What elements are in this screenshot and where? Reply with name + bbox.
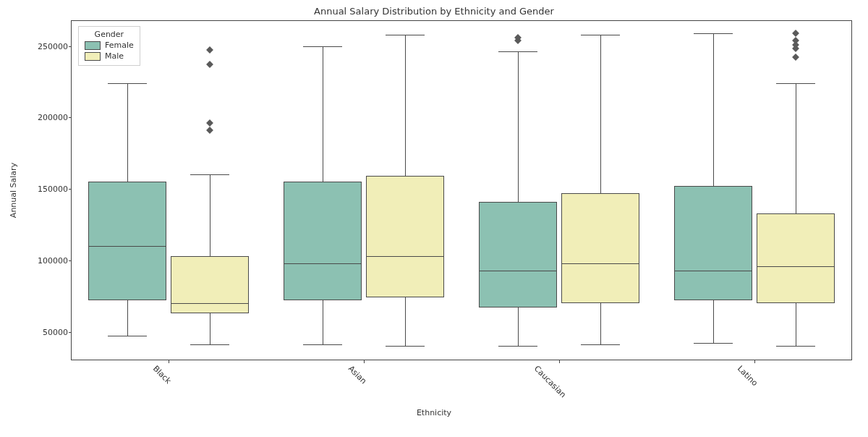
whisker-cap-upper <box>108 83 147 84</box>
whisker-cap-lower <box>386 346 425 347</box>
legend-label-male: Male <box>105 51 124 61</box>
y-tick-label: 250000 <box>3 41 68 51</box>
whisker-lower <box>405 297 406 346</box>
whisker-cap-upper <box>776 83 815 84</box>
x-tick-label: Asian <box>346 364 368 386</box>
legend-swatch-female <box>85 41 101 50</box>
whisker-lower <box>518 307 519 346</box>
median-line <box>171 303 249 304</box>
whisker-upper <box>600 35 601 193</box>
boxplot-box <box>757 213 835 303</box>
whisker-upper <box>323 46 323 182</box>
whisker-lower <box>127 300 128 336</box>
whisker-cap-upper <box>386 35 425 35</box>
whisker-lower <box>323 300 323 344</box>
x-tick-mark <box>754 360 755 363</box>
legend-swatch-male <box>85 52 101 61</box>
whisker-lower <box>210 313 210 344</box>
x-tick-label: Latino <box>736 364 760 388</box>
chart-title: Annual Salary Distribution by Ethnicity … <box>0 6 868 17</box>
legend-item-male: Male <box>85 51 134 61</box>
median-line <box>561 263 639 264</box>
y-tick-mark <box>69 332 72 333</box>
whisker-upper <box>210 174 210 256</box>
legend-item-female: Female <box>85 41 134 50</box>
boxplot-box <box>561 193 639 303</box>
whisker-upper <box>518 51 519 201</box>
boxplot-box <box>171 256 249 313</box>
y-tick-mark <box>69 46 72 47</box>
whisker-lower <box>713 300 714 343</box>
y-tick-label: 200000 <box>3 113 68 122</box>
whisker-cap-upper <box>581 35 620 35</box>
whisker-cap-lower <box>108 336 147 336</box>
median-line <box>366 256 444 257</box>
whisker-cap-lower <box>303 344 342 345</box>
figure: Annual Salary Distribution by Ethnicity … <box>0 0 868 437</box>
whisker-upper <box>796 83 796 213</box>
whisker-cap-upper <box>498 51 537 52</box>
y-tick-mark <box>69 189 72 190</box>
median-line <box>479 271 557 271</box>
median-line <box>757 266 835 267</box>
whisker-cap-lower <box>776 346 815 347</box>
y-tick-label: 150000 <box>3 184 68 194</box>
median-line <box>674 271 752 271</box>
y-tick-label: 50000 <box>3 327 68 336</box>
median-line <box>88 246 166 247</box>
y-tick-mark <box>69 117 72 118</box>
whisker-lower <box>796 303 796 346</box>
legend-title: Gender <box>85 30 134 39</box>
legend-label-female: Female <box>105 41 134 50</box>
whisker-cap-upper <box>190 174 229 175</box>
whisker-cap-lower <box>581 344 620 345</box>
x-tick-label: Caucasian <box>532 364 567 399</box>
x-tick-mark <box>559 360 560 363</box>
boxplot-box <box>284 182 362 300</box>
boxplot-box <box>366 176 444 297</box>
boxplot-box <box>674 186 752 300</box>
boxplot-box <box>88 182 166 300</box>
whisker-upper <box>127 83 128 182</box>
whisker-cap-lower <box>498 346 537 347</box>
y-tick-label: 100000 <box>3 255 68 265</box>
x-tick-label: Black <box>151 364 173 386</box>
x-tick-mark <box>169 360 169 363</box>
whisker-upper <box>713 33 714 186</box>
boxplot-box <box>479 202 557 307</box>
y-tick-mark <box>69 260 72 261</box>
whisker-upper <box>405 35 406 177</box>
whisker-cap-lower <box>190 344 229 345</box>
whisker-cap-lower <box>694 343 733 344</box>
whisker-cap-upper <box>303 46 342 47</box>
whisker-cap-upper <box>694 33 733 34</box>
median-line <box>284 263 362 264</box>
whisker-lower <box>600 303 601 344</box>
x-tick-mark <box>364 360 365 363</box>
legend: Gender Female Male <box>78 26 140 66</box>
x-axis-label: Ethnicity <box>0 408 868 417</box>
